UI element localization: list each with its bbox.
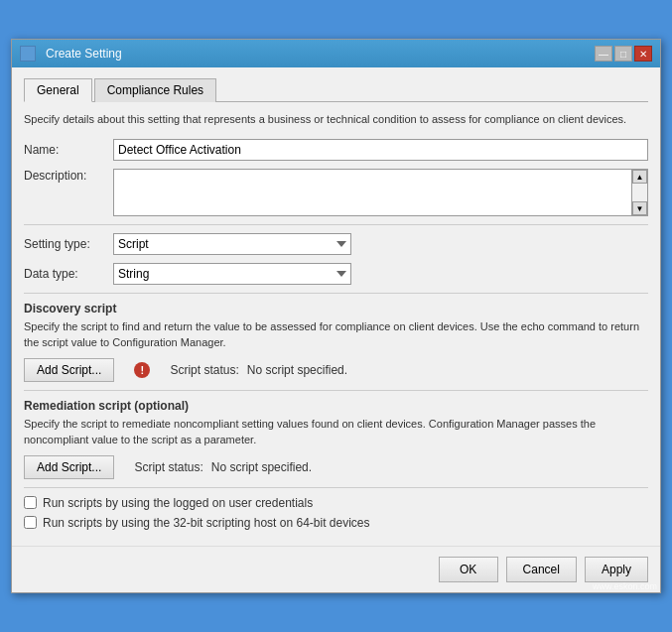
discovery-script-status-value: No script specified. [247, 363, 347, 377]
title-bar: Create Setting — □ ✕ [12, 40, 660, 67]
apply-button[interactable]: Apply [585, 557, 648, 582]
data-type-label: Data type: [24, 267, 113, 281]
discovery-add-script-button[interactable]: Add Script... [24, 358, 114, 382]
watermark: www.eskon.com [593, 581, 657, 591]
discovery-script-status-label: Script status: [170, 363, 238, 377]
setting-type-select[interactable]: Script WQL Query XPath Query Registry Fi… [113, 233, 351, 255]
name-row: Name: [24, 139, 648, 161]
discovery-section-title: Discovery script [24, 302, 648, 316]
setting-type-row: Setting type: Script WQL Query XPath Que… [24, 233, 648, 255]
data-type-row: Data type: String Integer Float Boolean … [24, 263, 648, 285]
ok-button[interactable]: OK [439, 557, 498, 582]
discovery-script-row: Add Script... ! Script status: No script… [24, 358, 648, 382]
description-label: Description: [24, 169, 113, 183]
remediation-section-title: Remediation script (optional) [24, 399, 648, 413]
divider-2 [24, 293, 648, 294]
checkbox2-row: Run scripts by using the 32-bit scriptin… [24, 516, 648, 530]
textarea-scrollbar: ▲ ▼ [632, 169, 648, 216]
checkbox1-label: Run scripts by using the logged on user … [43, 496, 313, 510]
checkbox1[interactable] [24, 496, 37, 509]
discovery-add-script-label: Add Script... [37, 363, 101, 377]
tab-general[interactable]: General [24, 78, 92, 102]
remediation-script-status-value: No script specified. [211, 460, 312, 474]
title-bar-controls: — □ ✕ [595, 46, 652, 62]
footer: OK Cancel Apply [12, 546, 660, 592]
minimize-button[interactable]: — [595, 46, 612, 62]
discovery-error-icon: ! [134, 362, 150, 378]
cancel-button[interactable]: Cancel [506, 557, 577, 582]
window-title: Create Setting [46, 47, 122, 61]
description-row: Description: ▲ ▼ [24, 169, 648, 216]
maximize-button[interactable]: □ [614, 46, 632, 62]
remediation-section-desc: Specify the script to remediate noncompl… [24, 417, 648, 447]
discovery-section-desc: Specify the script to find and return th… [24, 319, 648, 350]
divider-3 [24, 390, 648, 391]
description-textarea-wrapper: ▲ ▼ [113, 169, 648, 216]
checkbox2-label: Run scripts by using the 32-bit scriptin… [43, 516, 370, 530]
scroll-up-arrow[interactable]: ▲ [632, 170, 647, 184]
setting-type-label: Setting type: [24, 237, 113, 251]
name-input[interactable] [113, 139, 648, 161]
intro-description: Specify details about this setting that … [24, 112, 648, 127]
checkbox1-row: Run scripts by using the logged on user … [24, 496, 648, 510]
remediation-add-script-label: Add Script... [37, 460, 101, 474]
name-label: Name: [24, 143, 113, 157]
description-textarea[interactable] [113, 169, 632, 216]
data-type-select[interactable]: String Integer Float Boolean DateTime Ve… [113, 263, 351, 285]
discovery-script-status: Script status: No script specified. [170, 363, 347, 377]
tab-bar: General Compliance Rules [24, 77, 648, 102]
window-content: General Compliance Rules Specify details… [12, 67, 660, 546]
tab-compliance-rules[interactable]: Compliance Rules [94, 78, 216, 102]
divider-1 [24, 224, 648, 225]
create-setting-window: Create Setting — □ ✕ General Compliance … [11, 39, 661, 593]
window-icon [20, 46, 36, 62]
checkbox2[interactable] [24, 516, 37, 529]
close-button[interactable]: ✕ [634, 46, 652, 62]
divider-4 [24, 487, 648, 488]
remediation-script-status: Script status: No script specified. [134, 460, 312, 474]
remediation-script-row: Add Script... Script status: No script s… [24, 455, 648, 479]
scroll-down-arrow[interactable]: ▼ [632, 201, 647, 215]
remediation-script-status-label: Script status: [134, 460, 202, 474]
remediation-add-script-button[interactable]: Add Script... [24, 455, 114, 479]
